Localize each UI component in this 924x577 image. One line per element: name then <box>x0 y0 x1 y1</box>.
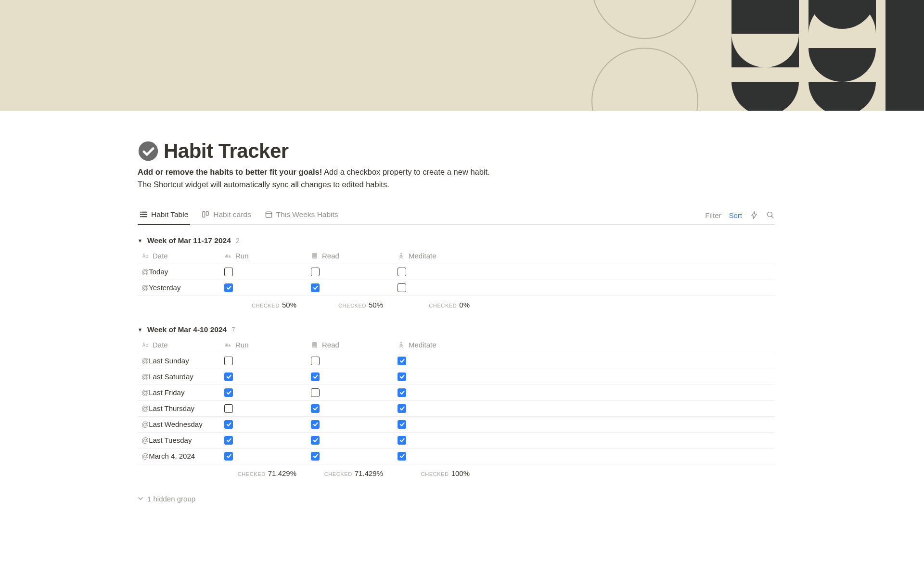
checkbox-run[interactable] <box>224 372 233 381</box>
svg-rect-15 <box>313 346 316 346</box>
svg-rect-5 <box>203 212 205 217</box>
checkbox-read[interactable] <box>311 372 320 381</box>
svg-rect-2 <box>732 0 799 34</box>
triangle-down-icon: ▼ <box>138 238 142 243</box>
shoe-icon <box>224 341 232 348</box>
date-cell[interactable]: @Last Friday <box>138 388 224 397</box>
date-cell[interactable]: @Today <box>138 268 224 276</box>
tab-this-weeks-habits[interactable]: This Weeks Habits <box>263 206 340 225</box>
tab-label: Habit cards <box>213 210 251 219</box>
checkbox-meditate[interactable] <box>398 372 406 381</box>
checkbox-read[interactable] <box>311 388 320 397</box>
person-icon <box>398 252 405 259</box>
book-icon <box>311 341 319 348</box>
checkbox-read[interactable] <box>311 357 320 365</box>
date-cell[interactable]: @March 4, 2024 <box>138 452 224 460</box>
hidden-group-toggle[interactable]: 1 hidden group <box>138 491 775 507</box>
tab-label: This Weeks Habits <box>276 210 338 219</box>
sort-action[interactable]: Sort <box>729 211 742 219</box>
tab-habit-cards[interactable]: Habit cards <box>200 206 253 225</box>
summary-meditate: CHECKED0% <box>398 301 484 309</box>
checkbox-run[interactable] <box>224 420 233 429</box>
date-cell[interactable]: @Last Thursday <box>138 404 224 412</box>
checkmark-circle-icon <box>138 141 159 162</box>
date-cell[interactable]: @Last Sunday <box>138 357 224 365</box>
checkbox-read[interactable] <box>311 452 320 461</box>
table-row[interactable]: @Last Tuesday <box>138 433 775 449</box>
checkbox-meditate[interactable] <box>398 268 406 276</box>
calendar-icon <box>265 210 273 218</box>
table-row[interactable]: @Last Saturday <box>138 369 775 385</box>
table-row[interactable]: @Today <box>138 264 775 280</box>
summary-run: CHECKED71.429% <box>224 469 311 477</box>
summary-read: CHECKED50% <box>311 301 398 309</box>
svg-point-0 <box>592 0 698 38</box>
table-row[interactable]: @Last Sunday <box>138 353 775 369</box>
checkbox-run[interactable] <box>224 283 233 292</box>
checkbox-run[interactable] <box>224 268 233 276</box>
table-row[interactable]: @Last Friday <box>138 385 775 401</box>
table-row[interactable]: @Last Wednesday <box>138 417 775 433</box>
text-icon <box>141 252 149 259</box>
table-header-row: Date Run Read Meditate <box>138 337 775 353</box>
svg-rect-6 <box>206 212 209 216</box>
table-row[interactable]: @Last Thursday <box>138 401 775 417</box>
hidden-group-label: 1 hidden group <box>147 495 195 503</box>
bolt-icon[interactable] <box>750 211 758 219</box>
date-cell[interactable]: @Last Tuesday <box>138 436 224 444</box>
column-meditate[interactable]: Meditate <box>398 341 484 349</box>
checkbox-read[interactable] <box>311 283 320 292</box>
group-title: Week of Mar 11-17 2024 <box>147 236 231 245</box>
column-date[interactable]: Date <box>138 252 224 260</box>
svg-line-10 <box>771 217 773 218</box>
checkbox-meditate[interactable] <box>398 283 406 292</box>
checkbox-meditate[interactable] <box>398 436 406 445</box>
checkbox-meditate[interactable] <box>398 452 406 461</box>
group-header[interactable]: ▼ Week of Mar 11-17 2024 2 <box>138 233 775 248</box>
tab-habit-table[interactable]: Habit Table <box>138 206 190 225</box>
checkbox-meditate[interactable] <box>398 420 406 429</box>
book-icon <box>311 252 319 259</box>
page-title: Habit Tracker <box>164 140 289 163</box>
checkbox-meditate[interactable] <box>398 404 406 413</box>
svg-rect-7 <box>266 212 271 218</box>
checkbox-meditate[interactable] <box>398 357 406 365</box>
column-run[interactable]: Run <box>224 341 311 349</box>
person-icon <box>398 341 405 348</box>
checkbox-run[interactable] <box>224 404 233 413</box>
text-icon <box>141 341 149 348</box>
column-run[interactable]: Run <box>224 252 311 260</box>
checkbox-run[interactable] <box>224 357 233 365</box>
summary-row: CHECKED71.429% CHECKED71.429% CHECKED100… <box>138 464 775 491</box>
checkbox-read[interactable] <box>311 436 320 445</box>
checkbox-run[interactable] <box>224 436 233 445</box>
column-date[interactable]: Date <box>138 341 224 349</box>
column-read[interactable]: Read <box>311 252 398 260</box>
group-header[interactable]: ▼ Week of Mar 4-10 2024 7 <box>138 322 775 337</box>
filter-action[interactable]: Filter <box>705 211 721 219</box>
checkbox-run[interactable] <box>224 452 233 461</box>
cover-graphic <box>491 0 924 111</box>
checkbox-meditate[interactable] <box>398 388 406 397</box>
checkbox-read[interactable] <box>311 268 320 276</box>
triangle-down-icon: ▼ <box>138 327 142 332</box>
column-meditate[interactable]: Meditate <box>398 252 484 260</box>
tab-label: Habit Table <box>151 210 188 219</box>
search-icon[interactable] <box>766 211 775 219</box>
chevron-down-icon <box>138 496 143 501</box>
table-row[interactable]: @March 4, 2024 <box>138 449 775 464</box>
group-count: 7 <box>231 326 235 333</box>
checkbox-read[interactable] <box>311 420 320 429</box>
date-cell[interactable]: @Last Wednesday <box>138 420 224 428</box>
column-read[interactable]: Read <box>311 341 398 349</box>
group-title: Week of Mar 4-10 2024 <box>147 325 227 334</box>
checkbox-run[interactable] <box>224 388 233 397</box>
checkbox-read[interactable] <box>311 404 320 413</box>
svg-rect-12 <box>313 257 316 257</box>
table-row[interactable]: @Yesterday <box>138 280 775 296</box>
svg-point-4 <box>139 141 158 161</box>
svg-point-1 <box>592 48 698 111</box>
table-header-row: Date Run Read Meditate <box>138 248 775 264</box>
date-cell[interactable]: @Yesterday <box>138 283 224 292</box>
date-cell[interactable]: @Last Saturday <box>138 372 224 381</box>
